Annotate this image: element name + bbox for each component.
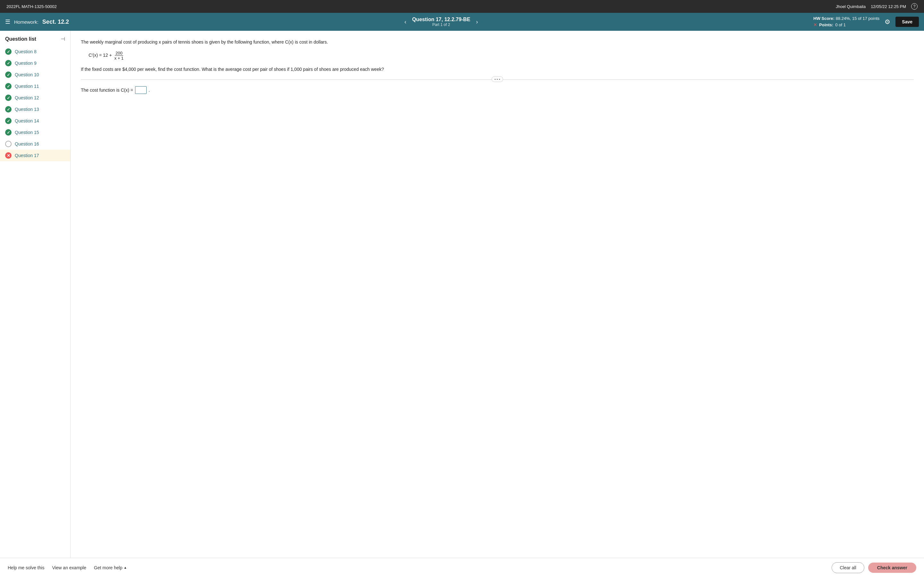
question-status-icon-q10: ✓ (5, 71, 11, 78)
question-status-icon-q15: ✓ (5, 129, 11, 135)
prev-question-button[interactable]: ‹ (402, 17, 409, 27)
answer-period: . (149, 87, 150, 93)
sidebar-title: Question list (5, 36, 36, 42)
sidebar-item-q12[interactable]: ✓Question 12 (0, 92, 70, 103)
sidebar-item-q16[interactable]: Question 16 (0, 138, 70, 150)
question-label-q17: Question 17 (15, 153, 39, 158)
collapse-sidebar-button[interactable]: ⊣ (61, 36, 65, 42)
sidebar-item-q10[interactable]: ✓Question 10 (0, 69, 70, 81)
sidebar-item-q13[interactable]: ✓Question 13 (0, 103, 70, 115)
question-status-icon-q17: ✕ (5, 152, 11, 159)
question-status-icon-q16 (5, 141, 11, 147)
question-label-q8: Question 8 (15, 49, 37, 54)
save-button[interactable]: Save (895, 17, 919, 27)
sidebar-item-q15[interactable]: ✓Question 15 (0, 127, 70, 138)
sidebar-item-q17[interactable]: ✕Question 17 (0, 150, 70, 161)
help-icon[interactable]: ? (911, 3, 918, 10)
formula-prefix: C′(x) = 12 + (89, 53, 112, 58)
question-status-icon-q14: ✓ (5, 118, 11, 124)
question-info: Question 17, 12.2.79-BE Part 1 of 2 (412, 17, 470, 27)
sidebar-item-q14[interactable]: ✓Question 14 (0, 115, 70, 127)
course-code: 2022FL MATH-1325-50002 (6, 4, 57, 9)
menu-button[interactable]: ☰ (5, 18, 10, 25)
bottom-bar: Help me solve this View an example Get m… (0, 558, 924, 577)
fraction-denominator: x + 1 (114, 56, 124, 61)
view-example-button[interactable]: View an example (52, 565, 86, 570)
problem-statement: The weekly marginal cost of producing x … (81, 39, 914, 45)
next-question-button[interactable]: › (473, 17, 481, 27)
question-label-q16: Question 16 (15, 141, 39, 147)
question-status-icon-q12: ✓ (5, 95, 11, 101)
answer-prefix: The cost function is C(x) = (81, 87, 133, 93)
hw-score-label: HW Score: (813, 16, 835, 21)
points-label: Points: (819, 22, 833, 28)
question-title: Question 17, 12.2.79-BE (412, 17, 470, 23)
condition-text: If the fixed costs are $4,000 per week, … (81, 66, 914, 73)
sidebar-item-q8[interactable]: ✓Question 8 (0, 46, 70, 57)
question-status-icon-q8: ✓ (5, 48, 11, 55)
section-title: Sect. 12.2 (42, 19, 69, 25)
help-me-solve-button[interactable]: Help me solve this (8, 565, 44, 570)
datetime: 12/05/22 12:25 PM (871, 4, 906, 9)
fraction: 200 x + 1 (114, 51, 124, 61)
answer-input[interactable] (135, 86, 147, 94)
question-label-q15: Question 15 (15, 130, 39, 135)
score-info: HW Score: 88.24%, 15 of 17 points ✕ Poin… (813, 15, 879, 29)
get-more-help-button[interactable]: Get more help (94, 565, 123, 570)
points-x-icon: ✕ (813, 21, 817, 28)
question-label-q11: Question 11 (15, 84, 39, 89)
sidebar: Question list ⊣ ✓Question 8✓Question 9✓Q… (0, 31, 71, 558)
question-status-icon-q11: ✓ (5, 83, 11, 89)
question-label-q12: Question 12 (15, 95, 39, 100)
answer-row: The cost function is C(x) = . (81, 86, 914, 94)
question-status-icon-q13: ✓ (5, 106, 11, 113)
question-label-q9: Question 9 (15, 61, 37, 66)
question-label-q14: Question 14 (15, 118, 39, 123)
nav-bar: ☰ Homework: Sect. 12.2 ‹ Question 17, 12… (0, 13, 924, 31)
formula-block: C′(x) = 12 + 200 x + 1 (89, 51, 914, 61)
content-area: The weekly marginal cost of producing x … (71, 31, 924, 558)
question-part: Part 1 of 2 (432, 23, 450, 27)
points-value: 0 of 1 (835, 22, 846, 28)
clear-all-button[interactable]: Clear all (832, 562, 864, 573)
sidebar-item-q9[interactable]: ✓Question 9 (0, 57, 70, 69)
homework-label: Homework: (14, 19, 39, 25)
expand-button[interactable]: • • • (491, 76, 503, 82)
top-bar: 2022FL MATH-1325-50002 Jhoel Quimbaila 1… (0, 0, 924, 13)
settings-button[interactable]: ⚙ (885, 18, 890, 26)
main-layout: Question list ⊣ ✓Question 8✓Question 9✓Q… (0, 31, 924, 558)
divider-section: • • • (81, 79, 914, 80)
user-name: Jhoel Quimbaila (836, 4, 866, 9)
question-label-q10: Question 10 (15, 72, 39, 77)
question-label-q13: Question 13 (15, 107, 39, 112)
hw-score-value: 88.24%, 15 of 17 points (836, 16, 880, 21)
question-status-icon-q9: ✓ (5, 60, 11, 66)
question-list: ✓Question 8✓Question 9✓Question 10✓Quest… (0, 46, 70, 161)
sidebar-item-q11[interactable]: ✓Question 11 (0, 81, 70, 92)
get-more-help-icon: ▲ (124, 566, 127, 569)
check-answer-button[interactable]: Check answer (868, 562, 916, 573)
fraction-numerator: 200 (115, 51, 123, 56)
